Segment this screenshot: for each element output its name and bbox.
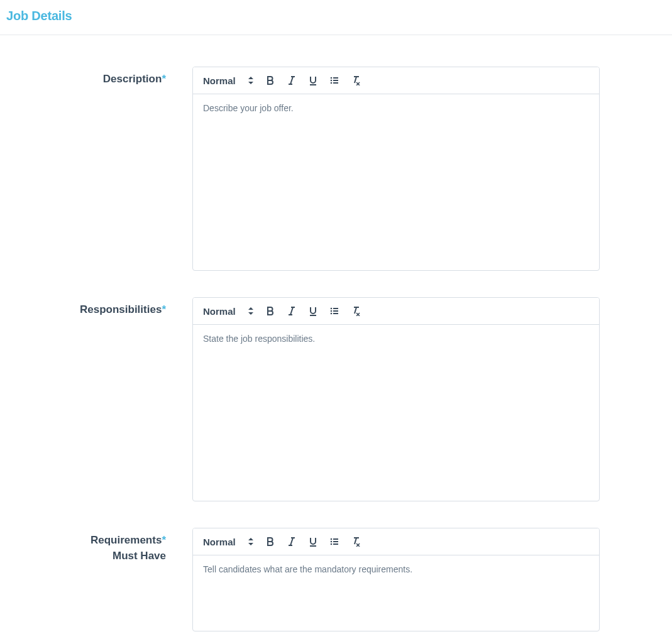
format-select[interactable]: Normal (201, 535, 257, 549)
italic-button[interactable] (284, 533, 300, 550)
svg-point-6 (330, 82, 332, 84)
label-col: Requirements* Must Have (6, 528, 192, 564)
underline-button[interactable] (305, 72, 321, 89)
format-select[interactable]: Normal (201, 305, 257, 318)
svg-line-16 (290, 307, 293, 315)
responsibilities-editor: Normal (192, 297, 600, 501)
field-row-responsibilities: Responsibilities* Normal (0, 297, 672, 501)
editor-col: Normal (192, 528, 600, 631)
svg-line-30 (290, 538, 293, 545)
svg-point-20 (330, 313, 332, 315)
svg-line-39 (355, 538, 356, 544)
svg-point-33 (330, 541, 332, 543)
requirements-sublabel: Must Have (6, 549, 166, 564)
requirements-editor: Normal (192, 528, 600, 631)
bold-button[interactable] (262, 72, 278, 89)
svg-line-11 (355, 77, 356, 83)
required-asterisk: * (162, 303, 166, 315)
bold-button[interactable] (262, 533, 278, 550)
bold-button[interactable] (262, 303, 278, 319)
bullet-list-button[interactable] (326, 533, 343, 550)
italic-button[interactable] (284, 72, 300, 89)
svg-point-32 (330, 538, 332, 540)
required-asterisk: * (162, 73, 166, 85)
description-label: Description* (103, 73, 166, 85)
label-col: Description* (6, 67, 192, 87)
label-text: Description (103, 73, 162, 85)
clear-format-button[interactable] (348, 533, 364, 550)
svg-point-18 (330, 308, 332, 310)
field-row-requirements: Requirements* Must Have Normal (0, 528, 672, 631)
svg-line-2 (290, 77, 293, 84)
underline-button[interactable] (305, 533, 321, 550)
bullet-list-button[interactable] (326, 303, 343, 319)
editor-col: Normal (192, 67, 600, 271)
svg-point-34 (330, 543, 332, 545)
sort-icon (248, 77, 253, 84)
label-col: Responsibilities* (6, 297, 192, 318)
requirements-textarea[interactable]: Tell candidates what are the mandatory r… (193, 555, 599, 631)
clear-format-button[interactable] (348, 303, 364, 319)
section-title: Job Details (0, 0, 672, 35)
svg-point-5 (330, 80, 332, 82)
editor-toolbar: Normal (193, 67, 599, 94)
svg-point-4 (330, 77, 332, 79)
responsibilities-label: Responsibilities* (80, 303, 166, 315)
format-select-label: Normal (203, 306, 236, 317)
editor-toolbar: Normal (193, 528, 599, 555)
editor-toolbar: Normal (193, 298, 599, 325)
svg-line-25 (355, 307, 356, 314)
format-select-label: Normal (203, 537, 236, 547)
svg-point-19 (330, 310, 332, 312)
editor-col: Normal (192, 297, 600, 501)
requirements-label: Requirements* (91, 534, 166, 546)
label-text: Responsibilities (80, 303, 162, 315)
label-text: Requirements (91, 534, 162, 546)
sort-icon (248, 307, 253, 315)
required-asterisk: * (162, 534, 166, 546)
description-editor: Normal (192, 67, 600, 271)
italic-button[interactable] (284, 303, 300, 319)
description-textarea[interactable]: Describe your job offer. (193, 94, 599, 270)
clear-format-button[interactable] (348, 72, 364, 89)
bullet-list-button[interactable] (326, 72, 343, 89)
responsibilities-textarea[interactable]: State the job responsibilities. (193, 325, 599, 501)
underline-button[interactable] (305, 303, 321, 319)
field-row-description: Description* Normal (0, 67, 672, 271)
format-select-label: Normal (203, 75, 236, 86)
format-select[interactable]: Normal (201, 74, 257, 87)
sort-icon (248, 538, 253, 545)
